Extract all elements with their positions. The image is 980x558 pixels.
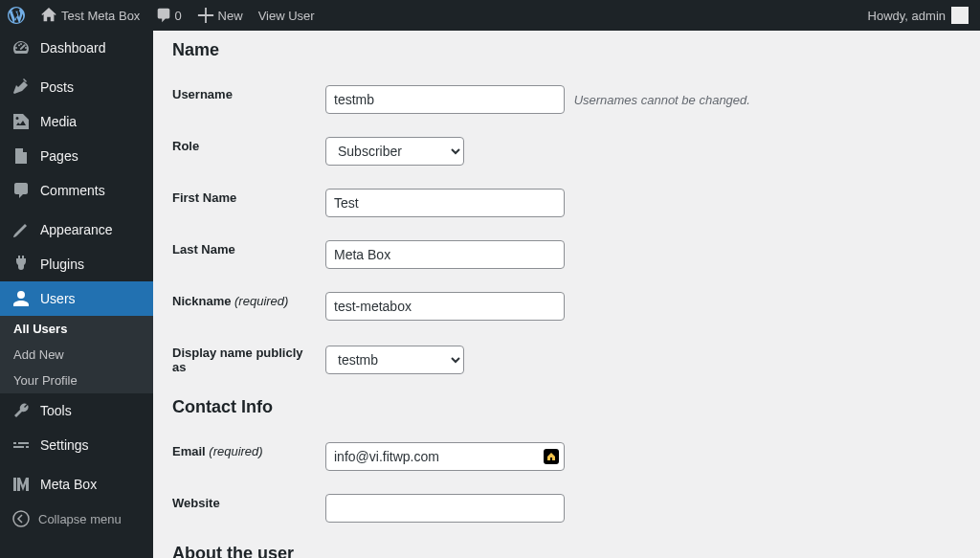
sidebar-item-pages[interactable]: Pages [0, 139, 153, 173]
displayname-select[interactable]: testmb [325, 346, 464, 374]
sidebar-label-metabox: Meta Box [40, 476, 97, 493]
site-name: Test Meta Box [61, 9, 140, 23]
sidebar-item-media[interactable]: Media [0, 104, 153, 139]
label-lastname: Last Name [172, 229, 325, 280]
role-select[interactable]: Subscriber [325, 137, 464, 166]
media-icon [11, 112, 31, 131]
view-user-link[interactable]: View User [251, 0, 323, 31]
label-firstname: First Name [172, 177, 325, 229]
nickname-input[interactable] [325, 292, 565, 321]
comments-link[interactable]: 0 [147, 0, 189, 31]
firstname-input[interactable] [325, 189, 565, 217]
section-contact: Contact Info [172, 397, 961, 417]
users-submenu: All Users Add New Your Profile [0, 316, 153, 393]
metabox-icon [11, 475, 31, 494]
sidebar-label-posts: Posts [40, 78, 74, 96]
section-name: Name [172, 40, 961, 60]
lastname-input[interactable] [325, 240, 565, 269]
collapse-icon [11, 509, 31, 528]
site-link[interactable]: Test Meta Box [33, 0, 147, 31]
new-link[interactable]: New [189, 0, 251, 31]
comment-icon [155, 7, 172, 24]
admin-sidebar: Dashboard Posts Media Pages Comments App… [0, 31, 153, 558]
collapse-label: Collapse menu [38, 512, 122, 526]
username-input [325, 85, 565, 114]
sidebar-label-users: Users [40, 290, 76, 307]
wordpress-icon [8, 7, 25, 24]
section-about: About the user [172, 544, 961, 558]
svg-point-0 [13, 511, 29, 526]
submenu-add-new[interactable]: Add New [0, 342, 153, 368]
account-link[interactable]: Howdy, admin [868, 7, 972, 24]
sidebar-item-comments[interactable]: Comments [0, 173, 153, 208]
settings-icon [11, 435, 31, 455]
comment-count: 0 [174, 9, 181, 23]
sidebar-label-appearance: Appearance [40, 221, 113, 238]
brush-icon [11, 220, 31, 239]
label-email: Email (required) [172, 431, 325, 482]
sidebar-label-settings: Settings [40, 436, 89, 454]
avatar [951, 7, 969, 24]
label-displayname: Display name publicly as [172, 332, 325, 388]
sidebar-label-comments: Comments [40, 182, 105, 199]
sidebar-item-plugins[interactable]: Plugins [0, 247, 153, 281]
plus-icon [197, 7, 214, 24]
dashboard-icon [11, 38, 31, 57]
new-label: New [218, 9, 243, 23]
sidebar-item-tools[interactable]: Tools [0, 393, 153, 428]
sidebar-label-pages: Pages [40, 147, 78, 165]
sidebar-item-settings[interactable]: Settings [0, 428, 153, 462]
label-nickname: Nickname (required) [172, 280, 325, 332]
sidebar-label-plugins: Plugins [40, 256, 84, 273]
content-area: Name Username Usernames cannot be change… [153, 31, 980, 558]
wp-logo[interactable] [0, 0, 33, 31]
pin-icon [11, 78, 31, 97]
howdy-text: Howdy, admin [868, 9, 946, 23]
admin-bar: Test Meta Box 0 New View User Howdy, adm… [0, 0, 980, 31]
label-website: Website [172, 482, 325, 534]
email-input[interactable] [325, 442, 565, 471]
sidebar-label-media: Media [40, 113, 77, 130]
view-user-label: View User [258, 9, 315, 23]
sidebar-item-users[interactable]: Users [0, 281, 153, 316]
wrench-icon [11, 401, 31, 420]
hint-username: Usernames cannot be changed. [574, 93, 750, 107]
page-icon [11, 146, 31, 166]
plugin-icon [11, 255, 31, 274]
website-input[interactable] [325, 494, 565, 523]
sidebar-item-posts[interactable]: Posts [0, 70, 153, 104]
collapse-menu[interactable]: Collapse menu [0, 502, 153, 536]
label-username: Username [172, 74, 325, 125]
autofill-icon [544, 449, 559, 464]
home-icon [40, 7, 57, 24]
comment-icon [11, 181, 31, 200]
sidebar-label-tools: Tools [40, 402, 72, 419]
label-role: Role [172, 125, 325, 177]
sidebar-item-appearance[interactable]: Appearance [0, 212, 153, 247]
submenu-your-profile[interactable]: Your Profile [0, 368, 153, 393]
sidebar-label-dashboard: Dashboard [40, 39, 106, 56]
sidebar-item-metabox[interactable]: Meta Box [0, 467, 153, 502]
submenu-all-users[interactable]: All Users [0, 316, 153, 342]
user-icon [11, 289, 31, 308]
sidebar-item-dashboard[interactable]: Dashboard [0, 31, 153, 65]
